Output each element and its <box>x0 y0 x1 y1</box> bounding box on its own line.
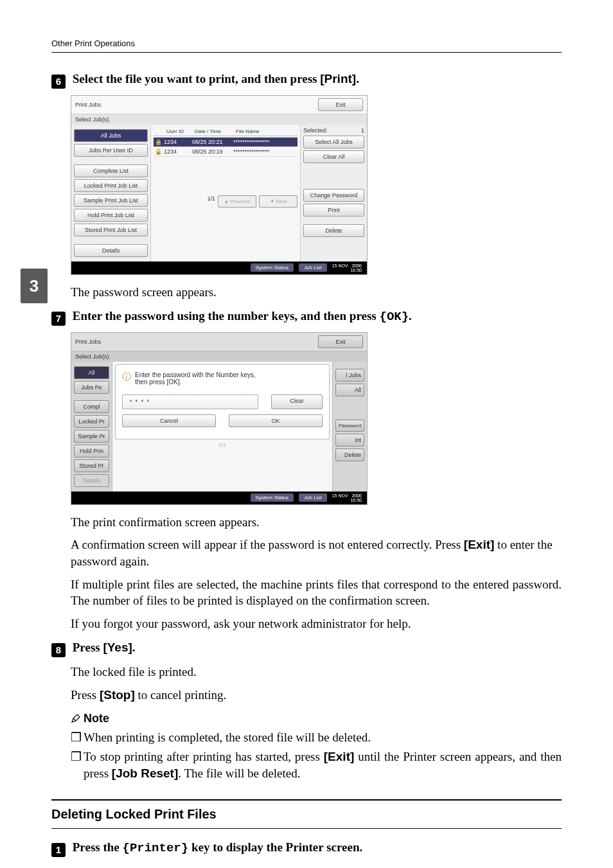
jobs-per-button[interactable]: Jobs Pe <box>74 381 109 394</box>
ok-key-label: {OK} <box>379 310 409 324</box>
job-list-button[interactable]: Job List <box>299 493 327 502</box>
jobs-partial: l Jobs <box>335 369 364 382</box>
hold-button[interactable]: Hold Prin <box>74 445 109 457</box>
body-text: Press [Stop] to cancel printing. <box>71 687 562 704</box>
footer-datetime: 15 NOV 2006 16:50 <box>332 493 362 502</box>
exit-button[interactable]: Exit <box>318 98 363 111</box>
password-field[interactable]: ＊＊＊＊ <box>122 394 258 409</box>
locked-list-button[interactable]: Locked Print Job List <box>74 179 148 192</box>
body-text: If you forgot your password, ask your ne… <box>71 616 562 632</box>
selected-count: 1 <box>361 127 364 134</box>
footer-datetime: 15 NOV 2006 16:50 <box>332 263 362 272</box>
all-button[interactable]: All <box>74 366 109 379</box>
print-button-label: [Print] <box>320 72 356 85</box>
step-num-8: 8 <box>51 643 66 657</box>
print-button[interactable]: Print <box>303 204 364 217</box>
step-num-1: 1 <box>51 843 66 857</box>
printer-key-label: {Printer} <box>123 841 189 855</box>
system-status-button[interactable]: System Status <box>251 493 294 502</box>
sample-button[interactable]: Sample Pr <box>74 430 109 443</box>
info-icon: ⓘ <box>122 371 131 383</box>
system-status-button[interactable]: System Status <box>251 263 294 272</box>
select-all-button[interactable]: Select All Jobs <box>303 136 364 148</box>
int-partial: int <box>335 434 364 447</box>
delete-button[interactable]: Delete <box>303 224 364 237</box>
exit-label: [Exit] <box>464 538 495 551</box>
cancel-button[interactable]: Cancel <box>122 414 216 427</box>
running-head: Other Print Operations <box>51 39 562 53</box>
password-modal: ⓘ Enter the password with the Number key… <box>115 364 330 439</box>
details-button[interactable]: Details <box>74 244 148 257</box>
step-num-6: 6 <box>51 75 66 89</box>
complete-list-button[interactable]: Complete List <box>74 164 148 177</box>
clear-button[interactable]: Clear <box>271 394 323 409</box>
exit-button[interactable]: Exit <box>318 335 363 348</box>
stop-label: [Stop] <box>100 688 135 702</box>
stored-list-button[interactable]: Stored Print Job List <box>74 224 148 236</box>
change-password-button[interactable]: Change Password <box>303 189 364 202</box>
details-button: Details <box>74 474 109 487</box>
body-text: The print confirmation screen appears. <box>71 514 562 531</box>
pager: 1/1 <box>207 195 215 208</box>
locked-button[interactable]: Locked Pr <box>74 415 109 428</box>
modal-text: Enter the password with the Number keys,… <box>135 371 256 385</box>
step-1: 1 Press the {Printer} key to display the… <box>51 840 562 857</box>
ok-button[interactable]: OK <box>229 414 323 427</box>
note-bullet: To stop printing after printing has star… <box>71 748 562 781</box>
all-partial: All <box>335 384 364 396</box>
column-headers: User ID Date / Time File Name <box>154 127 298 136</box>
body-text: The password screen appears. <box>71 284 562 301</box>
hold-list-button[interactable]: Hold Print Job List <box>74 209 148 222</box>
panel-title: Print Jobs <box>75 102 101 108</box>
body-text: The locked file is printed. <box>71 664 562 680</box>
stored-button[interactable]: Stored Pr <box>74 459 109 472</box>
screenshot-print-jobs: Print Jobs Exit Select Job(s). All Jobs … <box>71 95 368 275</box>
body-text: If multiple print files are selected, th… <box>71 576 562 609</box>
job-reset-label: [Job Reset] <box>112 766 178 780</box>
job-row[interactable]: 🔒 1234 08/25 20:19 **************** <box>154 147 298 157</box>
exit-label: [Exit] <box>324 750 355 763</box>
step-7: 7 Enter the password using the number ke… <box>51 309 562 326</box>
prev-button[interactable]: ▲ Previous <box>218 195 256 208</box>
body-text: A confirmation screen will appear if the… <box>71 536 562 569</box>
clear-all-button[interactable]: Clear All <box>303 150 364 163</box>
section-title: Deleting Locked Print Files <box>51 801 562 829</box>
chapter-tab: 3 <box>21 269 48 303</box>
delete-partial: Delete <box>335 448 364 461</box>
panel-subhead: Select Job(s). <box>71 114 367 125</box>
all-jobs-button[interactable]: All Jobs <box>74 129 148 142</box>
step-num-7: 7 <box>51 312 66 326</box>
screenshot-password-entry: Print Jobs Exit Select Job(s). All Jobs … <box>71 332 368 505</box>
lock-icon: 🔒 <box>155 139 161 145</box>
job-list-button[interactable]: Job List <box>299 263 327 272</box>
panel-subhead: Select Job(s). <box>71 351 367 362</box>
panel-title: Print Jobs <box>75 339 101 345</box>
selected-label: Selected: <box>303 127 328 134</box>
complete-button[interactable]: Compl <box>74 400 109 413</box>
note-bullet: When printing is completed, the stored f… <box>71 729 562 746</box>
pencil-icon <box>71 713 81 723</box>
jobs-per-user-button[interactable]: Jobs Per User ID <box>74 144 148 157</box>
note-heading: Note <box>71 712 562 725</box>
step-6: 6 Select the file you want to print, and… <box>51 72 562 89</box>
yes-label: [Yes] <box>103 641 132 654</box>
lock-icon: 🔒 <box>155 148 161 155</box>
password-partial: Password <box>335 420 364 432</box>
next-button[interactable]: ▼ Next <box>259 195 298 208</box>
pager: 1/1 <box>218 442 226 448</box>
sample-list-button[interactable]: Sample Print Job List <box>74 194 148 207</box>
job-row[interactable]: 🔒 1234 08/25 20:21 **************** <box>154 137 298 147</box>
step-8: 8 Press [Yes]. <box>51 641 562 657</box>
